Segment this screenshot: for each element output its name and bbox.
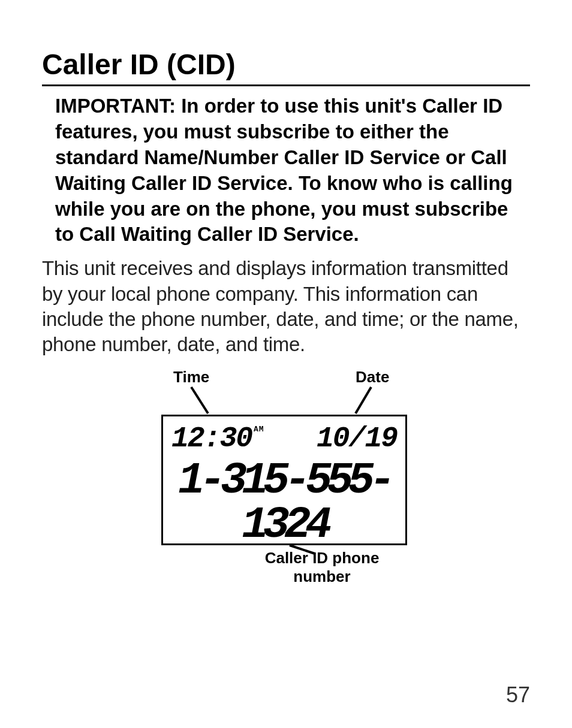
body-paragraph: This unit receives and displays informat… (42, 256, 530, 357)
lcd-phone-number: 1-315-555-1324 (163, 458, 405, 547)
document-page: Caller ID (CID) IMPORTANT: In order to u… (0, 0, 572, 728)
svg-line-0 (191, 387, 208, 413)
lcd-display: 12:30 AM 10/19 1-315-555-1324 (161, 415, 407, 545)
important-notice: IMPORTANT: In order to use this unit's C… (55, 93, 530, 247)
diagram-container: Time Date 12:30 AM 10/19 1-315-555-1324 … (42, 368, 530, 592)
lcd-time-value: 12:30 (171, 422, 252, 455)
svg-line-1 (356, 387, 371, 413)
page-number: 57 (506, 682, 530, 708)
lcd-time: 12:30 AM (171, 422, 264, 455)
lcd-ampm: AM (254, 425, 264, 434)
page-title: Caller ID (CID) (42, 48, 530, 86)
lcd-date: 10/19 (317, 422, 397, 455)
label-phone-number: Caller ID phone number (256, 549, 388, 586)
